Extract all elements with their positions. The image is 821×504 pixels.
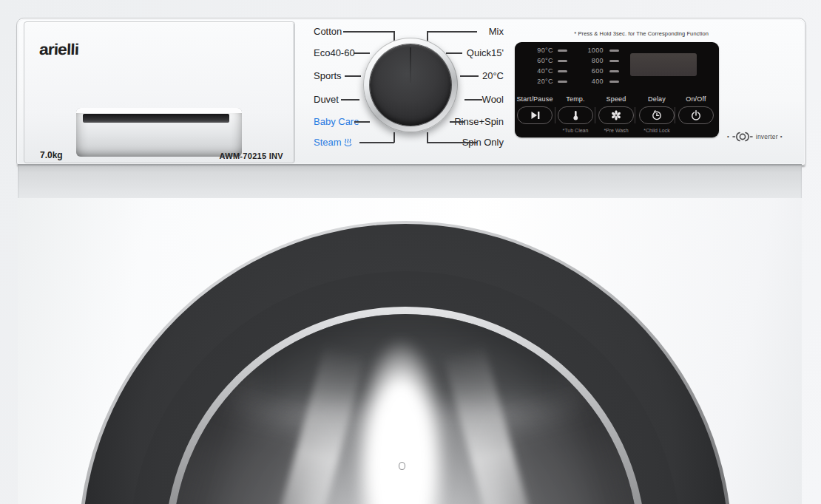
speed-400: 400	[577, 76, 604, 86]
button-separator	[595, 107, 595, 123]
speed-label: Speed	[595, 95, 637, 103]
drawer-lip	[76, 108, 242, 113]
press-hold-note: * Press & Hold 3sec. for The Correspondi…	[515, 30, 709, 37]
inverter-bullet: •	[780, 131, 783, 143]
program-label-steam: Steam	[314, 137, 353, 148]
dial-line-mix-elbow	[427, 31, 428, 41]
delay-label: Delay	[636, 95, 678, 103]
start-pause-button[interactable]	[517, 106, 553, 124]
inverter-label: inverter	[756, 133, 778, 140]
top-panel-base-band	[18, 164, 802, 198]
program-label-eco40-60: Eco40-60	[314, 48, 355, 58]
speed-800-indicator	[609, 60, 619, 63]
program-label-cotton: Cotton	[314, 27, 342, 37]
dial-line-20c	[460, 75, 479, 77]
on-off-button[interactable]	[678, 106, 714, 124]
dial-line-rinse-spin	[450, 121, 464, 123]
temp-40-indicator	[558, 70, 567, 73]
speed-800: 800	[577, 55, 604, 66]
temp-60-indicator	[558, 60, 567, 63]
timer-icon	[651, 109, 663, 121]
washing-machine-photo: arielli 7.0kg AWM-70215 INV Cotton Eco40…	[0, 0, 821, 504]
program-label-mix: Mix	[489, 27, 504, 37]
dial-line-spin-only-elbow	[427, 132, 428, 143]
speed-400-indicator	[609, 81, 619, 84]
dial-line-baby-care	[354, 121, 370, 123]
dial-line-steam	[359, 142, 394, 143]
speed-1000: 1000	[577, 45, 604, 55]
speed-1000-indicator	[609, 50, 619, 52]
tub-clean-sublabel: *Tub Clean	[555, 128, 596, 133]
capacity-label: 7.0kg	[40, 150, 63, 160]
model-label: AWM-70215 INV	[220, 151, 283, 160]
play-pause-icon	[529, 109, 541, 121]
detergent-drawer[interactable]: arielli 7.0kg AWM-70215 INV	[24, 21, 295, 163]
dial-line-cotton	[343, 31, 394, 33]
temp-20-indicator	[558, 81, 567, 84]
temp-60: 60°C	[521, 55, 553, 66]
inverter-icon	[732, 132, 754, 142]
thermometer-icon	[570, 109, 581, 121]
fan-icon	[610, 109, 622, 121]
button-separator	[555, 107, 555, 123]
program-label-wool: Wool	[482, 95, 504, 105]
temp-90-indicator	[558, 50, 567, 52]
program-label-quick15: Quick15'	[467, 48, 504, 58]
dial-line-sports	[345, 75, 361, 77]
dial-line-duvet	[341, 99, 359, 101]
button-separator	[635, 107, 635, 123]
inverter-badge: • inverter •	[727, 131, 783, 143]
temp-label: Temp.	[555, 95, 596, 103]
brand-logo: arielli	[39, 41, 79, 59]
drawer-grip-slot	[83, 114, 229, 123]
drawer-handle[interactable]	[76, 108, 242, 157]
dial-pointer	[410, 47, 411, 83]
speed-button[interactable]	[598, 106, 634, 124]
pre-wash-sublabel: *Pre Wash	[595, 128, 637, 133]
drum-hole-detail	[399, 462, 405, 470]
delay-button[interactable]	[639, 106, 675, 124]
child-lock-sublabel: *Child Lock	[636, 128, 678, 133]
dial-line-steam-elbow	[393, 132, 395, 143]
program-label-20c: 20°C	[482, 71, 504, 81]
control-panel: 90°C 60°C 40°C 20°C 1000 800 600 400 Sta…	[515, 42, 719, 137]
dial-line-mix	[427, 31, 477, 33]
steam-icon	[343, 137, 353, 147]
temp-button[interactable]	[558, 106, 593, 124]
power-icon	[690, 109, 702, 121]
speed-600: 600	[577, 66, 604, 76]
temp-20: 20°C	[521, 76, 553, 86]
program-label-duvet: Duvet	[314, 95, 339, 105]
temp-40: 40°C	[521, 66, 553, 76]
speed-600-indicator	[609, 70, 619, 73]
digital-display	[630, 53, 697, 76]
dial-line-spin-only	[427, 142, 477, 143]
on-off-label: On/Off	[675, 95, 717, 103]
program-label-sports: Sports	[314, 71, 342, 81]
dial-line-eco	[354, 52, 370, 54]
dial-line-quick15	[446, 52, 462, 54]
machine-body	[18, 198, 802, 504]
dial-line-wool	[464, 99, 482, 101]
program-label-baby-care: Baby Care	[314, 117, 359, 127]
temp-90: 90°C	[521, 45, 553, 55]
door[interactable]	[82, 224, 729, 504]
button-separator	[675, 107, 675, 123]
start-pause-label: Start/Pause	[514, 95, 555, 103]
inverter-bullet: •	[727, 131, 729, 143]
